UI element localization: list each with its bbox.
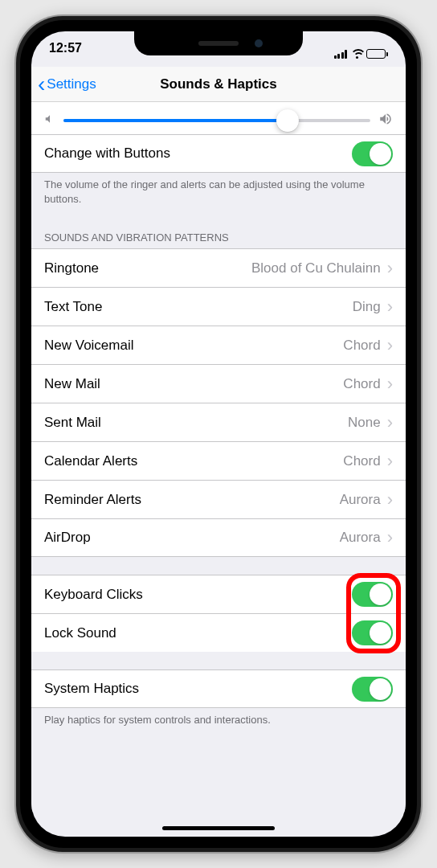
notch xyxy=(134,31,303,55)
sounds-group: Ringtone Blood of Cu Chulainn › Text Ton… xyxy=(31,248,406,557)
screen: 12:57 ‹ Settings Sounds & Haptics xyxy=(31,31,406,837)
haptics-footer-text: Play haptics for system controls and int… xyxy=(31,708,406,739)
chevron-left-icon: ‹ xyxy=(38,73,45,96)
text-tone-row[interactable]: Text Tone Ding › xyxy=(31,287,406,326)
status-time: 12:57 xyxy=(49,41,82,67)
volume-footer-text: The volume of the ringer and alerts can … xyxy=(31,173,406,217)
system-haptics-group: System Haptics xyxy=(31,669,406,708)
chevron-right-icon: › xyxy=(387,374,393,395)
volume-slider-row xyxy=(31,102,406,134)
sounds-section-header: SOUNDS AND VIBRATION PATTERNS xyxy=(31,217,406,248)
chevron-right-icon: › xyxy=(387,412,393,433)
nav-bar: ‹ Settings Sounds & Haptics xyxy=(31,67,406,102)
home-indicator[interactable] xyxy=(162,826,275,830)
chevron-right-icon: › xyxy=(387,451,393,472)
sent-mail-row[interactable]: Sent Mail None › xyxy=(31,403,406,441)
chevron-right-icon: › xyxy=(387,258,393,279)
keyboard-lock-group: Keyboard Clicks Lock Sound xyxy=(31,575,406,652)
change-with-buttons-label: Change with Buttons xyxy=(44,145,352,162)
lock-sound-row: Lock Sound xyxy=(31,613,406,652)
change-with-buttons-toggle[interactable] xyxy=(352,141,393,166)
wifi-icon xyxy=(350,49,363,59)
system-haptics-row: System Haptics xyxy=(31,669,406,708)
calendar-alerts-row[interactable]: Calendar Alerts Chord › xyxy=(31,441,406,480)
chevron-right-icon: › xyxy=(387,527,393,548)
new-mail-row[interactable]: New Mail Chord › xyxy=(31,364,406,403)
back-label: Settings xyxy=(47,76,96,92)
phone-frame: 12:57 ‹ Settings Sounds & Haptics xyxy=(16,16,421,852)
ringtone-row[interactable]: Ringtone Blood of Cu Chulainn › xyxy=(31,248,406,287)
volume-slider[interactable] xyxy=(63,119,370,122)
battery-icon xyxy=(366,49,388,59)
keyboard-clicks-toggle[interactable] xyxy=(352,582,393,607)
reminder-alerts-row[interactable]: Reminder Alerts Aurora › xyxy=(31,480,406,518)
volume-high-icon xyxy=(378,112,393,129)
content: Change with Buttons The volume of the ri… xyxy=(31,102,406,813)
system-haptics-toggle[interactable] xyxy=(352,677,393,702)
chevron-right-icon: › xyxy=(387,335,393,356)
volume-low-icon xyxy=(44,113,55,128)
slider-knob[interactable] xyxy=(276,109,299,132)
chevron-right-icon: › xyxy=(387,297,393,317)
new-voicemail-row[interactable]: New Voicemail Chord › xyxy=(31,326,406,364)
signal-icon xyxy=(334,50,348,59)
keyboard-clicks-row: Keyboard Clicks xyxy=(31,575,406,613)
lock-sound-toggle[interactable] xyxy=(352,620,393,645)
back-button[interactable]: ‹ Settings xyxy=(31,73,103,96)
airdrop-row[interactable]: AirDrop Aurora › xyxy=(31,518,406,557)
change-with-buttons-row: Change with Buttons xyxy=(31,134,406,173)
chevron-right-icon: › xyxy=(387,489,393,510)
